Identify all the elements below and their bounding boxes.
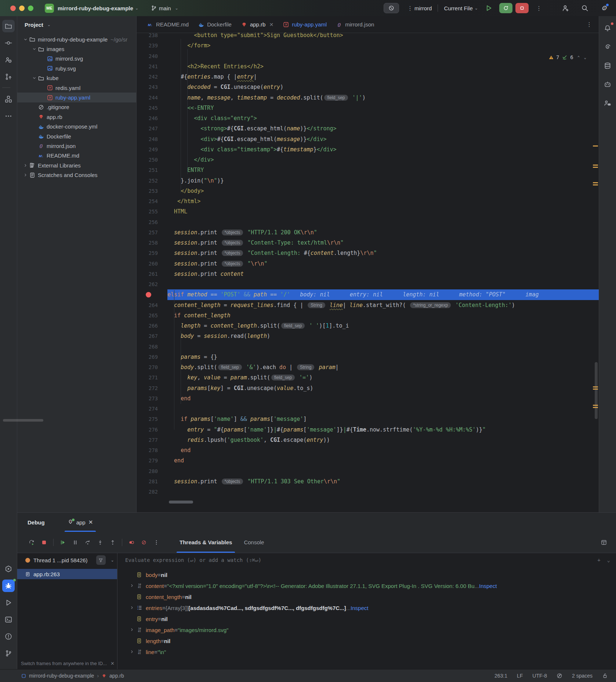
tree-item-kube[interactable]: kube [17, 73, 136, 83]
vertical-scrollbar[interactable] [595, 362, 598, 419]
code-text[interactable]: body.split(field_sep '&').each do | Stri… [167, 362, 599, 372]
code-text[interactable]: </html> [167, 196, 599, 206]
project-scrollbar[interactable] [3, 419, 43, 422]
variable-value[interactable]: Inspect [479, 583, 497, 589]
breadcrumb-project[interactable]: mirrord-ruby-debug-example [29, 673, 94, 679]
code-text[interactable]: elsif method == 'POST' && path == '/' bo… [167, 289, 599, 300]
inspections-widget[interactable]: 7 6 ⌃ ⌄ [549, 54, 586, 60]
layout-settings-button[interactable] [598, 536, 610, 549]
line-number[interactable]: 249 [137, 147, 167, 152]
close-window-button[interactable] [10, 6, 16, 11]
code-text[interactable]: length = content_length.split(field_sep … [167, 321, 599, 331]
code-text[interactable]: <div>#{CGI.escape_html(message)}</div> [167, 134, 599, 144]
tool-button-problems[interactable] [2, 630, 15, 643]
code-text[interactable]: HTML [167, 206, 599, 217]
variable-entry[interactable]: entry = nil [118, 613, 616, 624]
code-text[interactable] [167, 487, 599, 497]
debug-session-tab[interactable]: app ✕ [62, 513, 98, 532]
tool-button-mirrord-tool[interactable] [601, 41, 614, 53]
variable-line[interactable]: 1001line = "\n" [118, 646, 616, 657]
tool-button-debug[interactable] [2, 580, 15, 592]
line-number[interactable]: 270 [137, 364, 167, 370]
filter-frames-button[interactable] [96, 555, 106, 565]
tree-item-mirrord-ruby-debug-example[interactable]: mirrord-ruby-debug-example~/go/sr [17, 35, 136, 44]
code-text[interactable]: ENTRY [167, 165, 599, 175]
more-actions-kebab-icon[interactable]: ⋮ [535, 5, 543, 12]
tree-item-mirrord.json[interactable]: {}mirrord.json [17, 141, 136, 151]
line-number[interactable]: 260 [137, 261, 167, 267]
line-number[interactable]: 253 [137, 188, 167, 194]
stop-process-button[interactable] [38, 536, 50, 549]
line-number[interactable]: 242 [137, 74, 167, 80]
code-text[interactable]: <<-ENTRY [167, 103, 599, 113]
tree-item-External Libraries[interactable]: External Libraries [17, 160, 136, 170]
line-number[interactable]: 245 [137, 105, 167, 111]
line-number[interactable]: 243 [137, 84, 167, 90]
tool-button-project[interactable] [2, 20, 15, 32]
code-text[interactable]: }.join("\n")} [167, 176, 599, 186]
prev-problem-icon[interactable]: ⌃ [577, 55, 580, 60]
breadcrumb-file[interactable]: app.rb [109, 673, 124, 679]
add-watch-icon[interactable]: + [597, 557, 600, 563]
stop-button[interactable] [515, 3, 529, 13]
tool-button-code-with-me[interactable] [601, 97, 614, 109]
view-breakpoints-button[interactable] [125, 536, 138, 549]
line-number[interactable]: 255 [137, 209, 167, 214]
tool-button-notifications[interactable] [601, 22, 614, 35]
add-user-button[interactable] [560, 3, 571, 14]
close-tab-icon[interactable]: ✕ [269, 22, 273, 28]
zoom-window-button[interactable] [28, 6, 33, 11]
code-text[interactable]: end [167, 455, 599, 466]
code-text[interactable]: params[key] = CGI.unescape(value.to_s) [167, 383, 599, 393]
branch-widget[interactable]: main ⌄ [151, 5, 178, 11]
tool-button-terminal[interactable] [2, 613, 15, 626]
line-number[interactable]: 258 [137, 240, 167, 246]
breakpoint[interactable] [137, 292, 167, 297]
stripe-warning-mark[interactable] [593, 182, 598, 183]
chevron-down-icon[interactable] [22, 37, 28, 42]
code-text[interactable]: body = session.read(length) [167, 331, 599, 341]
stripe-warning-mark[interactable] [593, 145, 598, 147]
mirrord-menu-kebab-icon[interactable]: ⋮ [406, 5, 414, 12]
project-title[interactable]: mirrord-ruby-debug-example [58, 5, 133, 11]
variable-content[interactable]: 1001content = "<?xml version="1.0" encod… [118, 580, 616, 591]
line-number[interactable]: 276 [137, 427, 167, 433]
code-text[interactable] [167, 51, 599, 61]
encoding[interactable]: UTF-8 [532, 673, 547, 679]
thread-selector[interactable]: Thread 1 ...pid 58426) ⌄ [17, 553, 117, 567]
resume-program-button[interactable] [57, 536, 69, 549]
tool-button-commit[interactable] [2, 37, 15, 49]
code-text[interactable]: session.print *objects "\r\n" [167, 259, 599, 269]
line-number[interactable]: 259 [137, 250, 167, 256]
line-number[interactable]: 280 [137, 468, 167, 474]
line-number[interactable]: 277 [137, 437, 167, 443]
line-number[interactable]: 274 [137, 406, 167, 412]
code-text[interactable]: </form> [167, 40, 599, 51]
read-only-toggle[interactable] [602, 673, 608, 679]
line-number[interactable]: 252 [137, 178, 167, 184]
code-text[interactable] [167, 217, 599, 227]
next-problem-icon[interactable]: ⌄ [584, 55, 586, 60]
stripe-warning-mark[interactable] [593, 389, 598, 390]
project-panel-header[interactable]: Project ⌄ [17, 16, 136, 33]
expand-chevron-icon[interactable] [130, 649, 136, 655]
code-text[interactable]: <strong>#{CGI.escape_html(name)}</strong… [167, 123, 599, 134]
tool-button-git[interactable] [2, 647, 15, 660]
pause-program-button[interactable] [69, 536, 81, 549]
tool-button-run[interactable] [2, 596, 15, 609]
variable-image_path[interactable]: 1001image_path = "images/mirrord.svg" [118, 624, 616, 635]
step-over-button[interactable] [81, 536, 94, 549]
code-text[interactable]: key, value = param.split(field_sep '=') [167, 372, 599, 383]
mute-breakpoints-button[interactable] [138, 536, 150, 549]
line-number[interactable]: 262 [137, 281, 167, 287]
line-number[interactable]: 281 [137, 479, 167, 484]
line-number[interactable]: 247 [137, 126, 167, 131]
code-text[interactable]: session.print *objects "HTTP/1.1 303 See… [167, 476, 599, 487]
stripe-warning-mark[interactable] [593, 184, 598, 185]
variable-value[interactable]: Inspect [351, 605, 368, 611]
chevron-right-icon[interactable] [22, 173, 28, 177]
settings-button[interactable]: ⚙ [598, 3, 609, 14]
code-text[interactable]: session.print *objects "HTTP/1.1 200 OK\… [167, 227, 599, 238]
tree-item-docker-compose.yml[interactable]: docker-compose.yml [17, 122, 136, 131]
tab-options-kebab-icon[interactable]: ⋮ [585, 21, 594, 28]
